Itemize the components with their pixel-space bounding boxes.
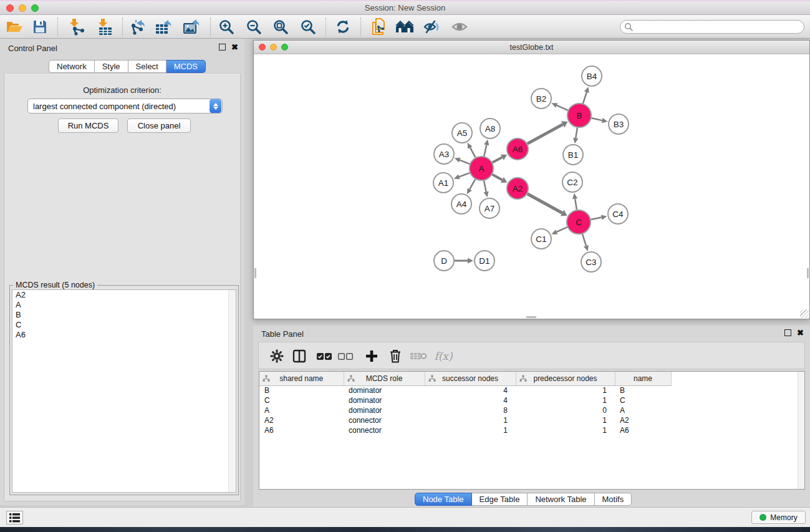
column-header-shared-name[interactable]: shared name <box>259 372 344 385</box>
graph-edge[interactable] <box>493 157 503 162</box>
select-all-columns-icon[interactable] <box>316 347 333 365</box>
table-cell[interactable]: 4 <box>425 395 516 405</box>
table-row[interactable]: Bdominator41B <box>259 385 799 395</box>
export-table-icon[interactable] <box>154 18 173 36</box>
table-cell[interactable]: A <box>259 405 344 415</box>
table-cell[interactable]: A <box>615 405 671 415</box>
table-cell[interactable]: dominator <box>344 405 425 415</box>
table-cell[interactable]: 1 <box>425 425 516 435</box>
table-cell[interactable]: C <box>615 395 671 405</box>
home-icon[interactable] <box>395 18 414 36</box>
table-row[interactable]: Adominator80A <box>259 405 799 415</box>
search-input[interactable] <box>634 21 804 32</box>
graph-edge[interactable] <box>470 148 476 158</box>
eye-icon[interactable] <box>450 18 469 36</box>
table-cell[interactable]: 1 <box>516 385 615 395</box>
table-cell[interactable]: 8 <box>425 405 516 415</box>
window-resize-grip[interactable] <box>800 309 809 318</box>
table-row[interactable]: A6connector11A6 <box>259 425 799 435</box>
graph-edge[interactable] <box>557 227 567 232</box>
task-history-button[interactable] <box>6 511 23 525</box>
table-cell[interactable]: A6 <box>259 425 344 435</box>
close-panel-icon[interactable]: ✖ <box>797 329 804 336</box>
graph-edge[interactable] <box>528 124 563 143</box>
graph-edge[interactable] <box>484 145 486 156</box>
tab-edge-table[interactable]: Edge Table <box>472 493 528 506</box>
mcds-result-item[interactable]: A2 <box>12 290 236 300</box>
tab-node-table[interactable]: Node Table <box>415 493 472 506</box>
tab-network[interactable]: Network <box>49 60 95 73</box>
table-scrollbar[interactable] <box>798 372 804 489</box>
show-hide-graphics-icon[interactable] <box>422 18 441 36</box>
graph-edge[interactable] <box>493 175 503 180</box>
add-column-icon[interactable] <box>363 347 380 365</box>
mcds-result-item[interactable]: C <box>12 320 236 330</box>
graph-edge[interactable] <box>592 118 602 120</box>
graph-edge[interactable] <box>557 105 568 110</box>
delete-column-icon[interactable] <box>387 347 404 365</box>
import-table-icon[interactable] <box>95 18 114 36</box>
close-panel-icon[interactable]: ✖ <box>231 44 238 51</box>
function-builder-icon[interactable]: f(x) <box>435 347 452 365</box>
table-cell[interactable]: B <box>615 385 671 395</box>
network-canvas[interactable]: B4B2BB3A8A5A6A3B1AA1C2A2A4A7C4CC1C3DD1 <box>254 54 809 319</box>
unselect-all-columns-icon[interactable] <box>337 347 354 365</box>
graph-edge[interactable] <box>470 179 475 189</box>
table-row[interactable]: A2connector11A2 <box>259 415 799 425</box>
table-cell[interactable]: C <box>259 395 344 405</box>
zoom-in-icon[interactable] <box>217 18 236 36</box>
float-panel-icon[interactable] <box>784 329 791 336</box>
table-cell[interactable]: A2 <box>615 415 671 425</box>
table-cell[interactable]: connector <box>344 425 425 435</box>
save-session-icon[interactable] <box>31 18 49 36</box>
float-panel-icon[interactable] <box>219 44 226 51</box>
refresh-icon[interactable] <box>334 18 352 36</box>
mcds-result-item[interactable]: A <box>12 300 236 310</box>
column-header-name[interactable]: name <box>615 372 671 385</box>
network-window-titlebar[interactable]: testGlobe.txt <box>254 41 809 54</box>
column-header-successor-nodes[interactable]: successor nodes <box>425 372 516 385</box>
close-panel-button[interactable]: Close panel <box>127 118 191 133</box>
table-cell[interactable]: 0 <box>516 405 615 415</box>
result-list-scrollbar[interactable] <box>228 290 236 492</box>
run-mcds-button[interactable]: Run MCDS <box>58 118 118 133</box>
column-header-MCDS-role[interactable]: MCDS role <box>344 372 425 385</box>
import-network-icon[interactable] <box>67 18 85 36</box>
table-cell[interactable]: connector <box>344 415 425 425</box>
table-cell[interactable]: 1 <box>516 395 615 405</box>
tab-motifs[interactable]: Motifs <box>595 493 632 506</box>
table-cell[interactable]: B <box>259 385 344 395</box>
graph-edge[interactable] <box>528 194 562 213</box>
table-cell[interactable]: A6 <box>615 425 671 435</box>
gear-icon[interactable] <box>268 347 286 365</box>
mcds-result-item[interactable]: A6 <box>12 330 236 340</box>
tab-style[interactable]: Style <box>95 60 128 73</box>
table-cell[interactable]: 4 <box>425 385 516 395</box>
table-cell[interactable]: A2 <box>259 415 344 425</box>
tab-network-table[interactable]: Network Table <box>528 493 594 506</box>
tab-select[interactable]: Select <box>128 60 166 73</box>
table-cell[interactable]: dominator <box>344 385 425 395</box>
new-network-from-selection-icon[interactable] <box>370 18 388 36</box>
mcds-result-list[interactable]: A2ABCA6 <box>12 289 236 493</box>
memory-button[interactable]: Memory <box>751 511 806 524</box>
export-image-icon[interactable] <box>182 18 201 36</box>
graph-edge[interactable] <box>459 173 470 177</box>
zoom-out-icon[interactable] <box>244 18 263 36</box>
graph-edge[interactable] <box>575 199 577 210</box>
delete-table-icon[interactable] <box>410 347 427 365</box>
graph-edge[interactable] <box>591 217 602 220</box>
zoom-selected-icon[interactable] <box>299 18 317 36</box>
criterion-select[interactable]: largest connected component (directed) <box>27 99 223 114</box>
mcds-result-item[interactable]: B <box>12 310 236 320</box>
export-network-icon[interactable] <box>128 18 147 36</box>
node-table[interactable]: shared nameMCDS rolesuccessor nodesprede… <box>259 372 799 435</box>
graph-edge[interactable] <box>583 92 587 104</box>
tab-mcds[interactable]: MCDS <box>166 60 206 73</box>
table-cell[interactable]: 1 <box>516 415 615 425</box>
table-cell[interactable]: 1 <box>516 425 615 435</box>
table-cell[interactable]: 1 <box>425 415 516 425</box>
column-header-predecessor-nodes[interactable]: predecessor nodes <box>516 372 615 385</box>
graph-edge[interactable] <box>460 160 470 164</box>
graph-edge[interactable] <box>484 181 486 192</box>
